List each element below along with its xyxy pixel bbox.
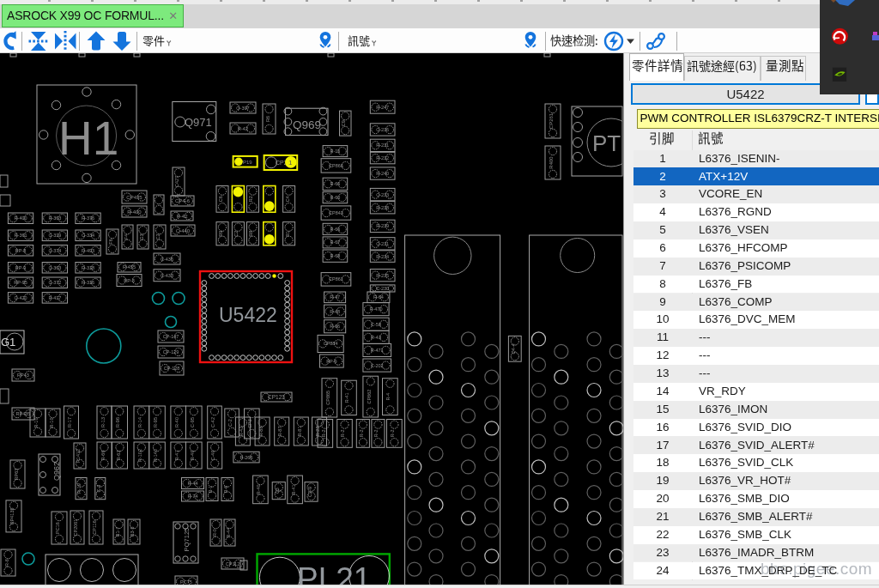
svg-text:R-493: R-493	[82, 248, 94, 253]
svg-text:R-47: R-47	[330, 294, 340, 300]
svg-text:C-363: C-363	[48, 265, 61, 270]
svg-text:U5422: U5422	[219, 304, 277, 326]
svg-text:R-48: R-48	[330, 309, 340, 314]
svg-text:R-417: R-417	[48, 295, 61, 300]
svg-text:C-233: C-233	[376, 192, 389, 197]
svg-text:R-66: R-66	[330, 181, 340, 186]
svg-text:R-44: R-44	[188, 481, 198, 486]
svg-text:C-334: C-334	[82, 233, 94, 238]
svg-text:R-266: R-266	[240, 455, 253, 460]
svg-text:CP4-6: CP4-6	[175, 198, 191, 203]
svg-text:R-40: R-40	[174, 417, 179, 427]
svg-text:R-10: R-10	[49, 418, 54, 428]
svg-text:R-1: R-1	[208, 486, 213, 494]
svg-text:R-376: R-376	[82, 215, 94, 221]
svg-text:CP866: CP866	[329, 163, 343, 168]
svg-text:R2: R2	[249, 196, 254, 202]
svg-text:CP865: CP865	[325, 391, 330, 405]
svg-text:F4: F4	[124, 234, 129, 239]
svg-text:R-40: R-40	[256, 484, 261, 494]
svg-text:R-74: R-74	[188, 494, 198, 499]
svg-text:R3-5: R3-5	[130, 527, 135, 537]
svg-text:RP63: RP63	[14, 469, 19, 481]
svg-text:R-44: R-44	[226, 528, 231, 538]
svg-text:R-6: R-6	[223, 486, 228, 494]
svg-text:C-440: C-440	[176, 228, 191, 233]
svg-text:R-60: R-60	[330, 195, 340, 200]
svg-text:C-2: C-2	[227, 419, 233, 427]
svg-text:RP-95: RP-95	[14, 280, 27, 285]
svg-text:RP-9: RP-9	[326, 359, 337, 364]
svg-text:PC75: PC75	[180, 579, 192, 585]
svg-text:C4: C4	[285, 196, 290, 202]
svg-text:CP862: CP862	[367, 390, 372, 404]
svg-text:CP-129: CP-129	[163, 349, 179, 355]
svg-text:R9: R9	[218, 231, 223, 237]
svg-text:C-230: C-230	[376, 286, 389, 291]
svg-text:G1: G1	[1, 336, 15, 349]
svg-text:CP-128: CP-128	[164, 366, 180, 371]
svg-text:R-234: R-234	[376, 254, 389, 259]
svg-text:R-239: R-239	[376, 223, 389, 228]
svg-text:R-2: R-2	[390, 429, 395, 437]
svg-text:R-0: R-0	[212, 529, 217, 536]
svg-text:RP-8: RP-8	[15, 248, 27, 253]
svg-text:C2-9: C2-9	[307, 487, 312, 497]
svg-text:Q962: Q962	[52, 462, 61, 481]
svg-text:R-41: R-41	[291, 484, 296, 494]
svg-text:R-363: R-363	[48, 215, 61, 221]
svg-text:C427: C427	[174, 176, 179, 187]
svg-text:C2: C2	[155, 233, 161, 239]
svg-text:C-42: C-42	[210, 417, 215, 427]
svg-text:R-41: R-41	[345, 392, 350, 403]
svg-text:R-231: R-231	[376, 142, 389, 148]
svg-text:R-68: R-68	[330, 253, 340, 258]
svg-text:R-64: R-64	[373, 294, 384, 300]
svg-text:R-400: R-400	[127, 209, 142, 215]
svg-text:C-420: C-420	[15, 295, 27, 300]
svg-text:RP4135: RP4135	[9, 507, 15, 524]
svg-text:CP-147: CP-147	[163, 334, 179, 339]
svg-text:CP843: CP843	[329, 210, 343, 215]
svg-text:CP116: CP116	[92, 520, 97, 534]
svg-text:R-42: R-42	[239, 427, 244, 437]
svg-text:CP861: CP861	[329, 276, 343, 282]
svg-text:R-240: R-240	[376, 171, 389, 176]
svg-text:R-96: R-96	[115, 417, 120, 427]
svg-text:PT: PT	[592, 130, 621, 156]
svg-text:C-231: C-231	[376, 241, 389, 246]
svg-text:R-66: R-66	[100, 451, 106, 461]
svg-text:R-13: R-13	[100, 417, 106, 427]
svg-text:C-236: C-236	[376, 127, 389, 132]
svg-text:F6: F6	[108, 239, 113, 244]
svg-text:R-361: R-361	[15, 233, 27, 238]
svg-text:Q969: Q969	[293, 118, 321, 131]
svg-text:R-470: R-470	[370, 306, 383, 312]
svg-text:R-455: R-455	[123, 264, 136, 270]
svg-text:Q971: Q971	[185, 116, 212, 129]
svg-text:R-43: R-43	[371, 335, 381, 340]
svg-text:C-202: C-202	[371, 363, 384, 368]
svg-text:CP261: CP261	[549, 112, 554, 129]
svg-text:R-15: R-15	[330, 149, 340, 154]
svg-text:R-471: R-471	[371, 348, 384, 353]
svg-text:R-102: R-102	[137, 449, 142, 462]
svg-text:R-19: R-19	[77, 483, 82, 494]
svg-text:C-40: C-40	[210, 451, 215, 461]
svg-text:R-2: R-2	[373, 429, 379, 437]
svg-text:C-95: C-95	[190, 417, 195, 427]
svg-text:CP123: CP123	[268, 394, 285, 400]
svg-text:C3: C3	[275, 488, 280, 494]
svg-text:R6: R6	[265, 116, 270, 122]
svg-text:R1-7: R1-7	[115, 527, 120, 537]
svg-text:R400: R400	[549, 156, 554, 169]
svg-text:R-232: R-232	[376, 155, 389, 161]
svg-text:R-40: R-40	[190, 451, 195, 461]
svg-text:R-81: R-81	[297, 427, 302, 437]
svg-text:R-41: R-41	[174, 451, 179, 461]
svg-text:R-2: R-2	[321, 429, 326, 437]
svg-text:R-62: R-62	[116, 451, 121, 461]
svg-text:H1: H1	[58, 112, 118, 165]
svg-text:RP43: RP43	[17, 373, 29, 378]
svg-text:C-319: C-319	[48, 233, 61, 238]
